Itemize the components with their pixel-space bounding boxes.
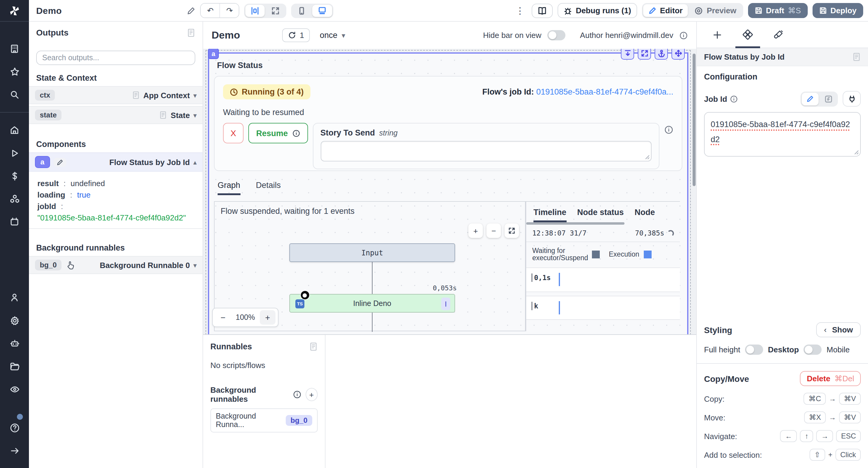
resume-button[interactable]: Resume (248, 123, 308, 143)
settings-gear-icon[interactable] (0, 309, 29, 332)
component-a-row[interactable]: a Flow Status by Job Id ▴ (29, 153, 203, 172)
undo-button[interactable]: ↶ (201, 4, 220, 18)
variables-dollar-icon[interactable] (0, 164, 29, 187)
bottom-empty-area (326, 335, 696, 468)
schedule-dropdown[interactable]: once ▾ (316, 28, 349, 42)
component-a-collapse-icon[interactable]: ▴ (193, 159, 196, 165)
job-id-info-icon[interactable] (730, 95, 738, 103)
workspace-icon[interactable] (0, 37, 29, 60)
more-options-kebab[interactable]: ⋮ (513, 5, 527, 16)
component-settings-tab[interactable] (743, 22, 753, 48)
styling-show-button[interactable]: ‹ Show (816, 322, 861, 337)
folders-icon[interactable] (0, 355, 29, 378)
favorites-star-icon[interactable] (0, 60, 29, 83)
app-canvas[interactable]: a Flow Status (203, 49, 696, 334)
zoom-out-button[interactable]: − (215, 310, 231, 325)
form-info-icon[interactable] (664, 125, 673, 134)
editor-tab[interactable]: Editor (643, 4, 688, 17)
preview-tab[interactable]: Preview (689, 4, 742, 17)
graph-zoom-in-button[interactable]: + (468, 224, 483, 238)
job-id-input[interactable]: 0191085e-5baa-81ef-4774-c9ef4f0a92d2 (704, 112, 861, 157)
tab-node[interactable]: Node (635, 208, 655, 222)
state-chevron-icon[interactable]: ▾ (193, 112, 196, 119)
graph-node-inline-deno[interactable]: TS Inline Deno I (289, 294, 455, 312)
bg0-row[interactable]: bg_0 Background Runnable 0 ▾ (29, 256, 203, 274)
eval-input-mode-function-icon[interactable] (820, 93, 837, 105)
textarea-resize-handle[interactable] (645, 155, 650, 160)
workers-robot-icon[interactable] (0, 332, 29, 355)
tab-timeline[interactable]: Timeline (533, 208, 566, 222)
delete-shortcut: ⌘Del (835, 374, 854, 383)
author-info-icon[interactable] (679, 31, 688, 39)
zoom-in-button[interactable]: + (260, 310, 276, 325)
bg-runnables-info-icon[interactable] (293, 390, 301, 399)
search-icon[interactable] (0, 83, 29, 106)
schedules-calendar-icon[interactable] (0, 210, 29, 233)
graph-node-input[interactable]: Input (289, 243, 455, 262)
tab-node-status[interactable]: Node status (577, 208, 624, 222)
component-rename-pencil-icon[interactable] (53, 158, 66, 167)
full-height-toggle[interactable] (745, 344, 763, 355)
resources-cubes-icon[interactable] (0, 187, 29, 210)
redo-button[interactable]: ↷ (220, 4, 239, 18)
anchor-icon[interactable] (655, 49, 668, 60)
graph-fit-view-button[interactable] (504, 224, 519, 238)
move-icon[interactable] (672, 49, 685, 60)
ctx-chevron-icon[interactable]: ▾ (193, 92, 196, 98)
deno-logo-icon (300, 290, 310, 300)
draft-button[interactable]: Draft ⌘S (748, 3, 807, 18)
flow-graph-canvas[interactable]: Flow suspended, waiting for 1 events + −… (214, 201, 526, 331)
tab-graph[interactable]: Graph (218, 181, 240, 195)
component-selection-tag[interactable]: a (208, 49, 219, 59)
collapse-rail-arrow-icon[interactable] (0, 439, 29, 462)
runs-play-icon[interactable] (0, 141, 29, 164)
hide-bar-toggle[interactable] (547, 30, 565, 40)
settings-doc-icon[interactable] (852, 53, 861, 61)
timeline-tabs-scrollbar[interactable] (526, 222, 624, 225)
centered-layout-button[interactable] (246, 4, 265, 16)
help-icon[interactable] (0, 416, 29, 439)
desktop-toggle[interactable] (804, 344, 822, 355)
flow-status-component-frame[interactable]: a Flow Status (208, 53, 688, 334)
show-label: Show (832, 325, 853, 334)
fullscreen-icon[interactable] (638, 49, 651, 60)
input-resize-handle[interactable] (854, 150, 859, 155)
runnables-doc-icon[interactable] (309, 342, 318, 351)
deploy-button[interactable]: Deploy (812, 3, 863, 18)
rename-pencil-icon[interactable] (187, 6, 195, 15)
flow-job-id-label: Flow's job Id: (482, 87, 534, 96)
bg-runnable-item[interactable]: Background Runna... bg_0 (210, 408, 318, 432)
desktop-view-button[interactable] (313, 4, 333, 16)
add-bg-runnable-button[interactable]: + (305, 388, 318, 401)
state-row[interactable]: state State ▾ (29, 106, 203, 124)
insert-component-tab[interactable] (712, 22, 722, 48)
outputs-doc-icon[interactable] (187, 28, 195, 37)
users-icon[interactable] (0, 286, 29, 309)
styling-brush-tab[interactable] (773, 22, 784, 48)
flow-job-id-link[interactable]: 0191085e-5baa-81ef-4774-c9ef4f0a... (536, 87, 673, 96)
expand-down-icon[interactable] (621, 49, 634, 60)
fullscreen-layout-button[interactable] (266, 4, 285, 16)
bg0-chevron-icon[interactable]: ▾ (193, 262, 196, 268)
delete-button[interactable]: Delete ⌘Del (800, 371, 861, 386)
home-icon[interactable] (0, 119, 29, 141)
ctx-row[interactable]: ctx App Context ▾ (29, 86, 203, 104)
result-key[interactable]: result (37, 179, 59, 188)
audit-eye-icon[interactable] (0, 378, 29, 401)
cancel-button[interactable]: X (223, 123, 244, 143)
refresh-count-button[interactable]: 1 (282, 28, 310, 42)
docs-book-button[interactable] (532, 3, 553, 18)
jobid-key[interactable]: jobId (37, 202, 56, 211)
debug-runs-button[interactable]: Debug runs (1) (558, 3, 637, 18)
outputs-search-input[interactable] (42, 54, 189, 62)
windmill-logo[interactable] (0, 0, 29, 22)
connect-plug-icon[interactable] (843, 91, 861, 107)
loading-key[interactable]: loading (37, 190, 65, 199)
story-to-send-textarea[interactable] (320, 141, 652, 161)
tab-details[interactable]: Details (256, 181, 281, 195)
mobile-view-button[interactable] (293, 4, 311, 16)
canvas-scrollbar[interactable] (692, 54, 695, 331)
outputs-search[interactable] (36, 51, 195, 65)
graph-zoom-out-button[interactable]: − (487, 224, 501, 238)
static-input-mode-pencil-icon[interactable] (802, 93, 818, 105)
